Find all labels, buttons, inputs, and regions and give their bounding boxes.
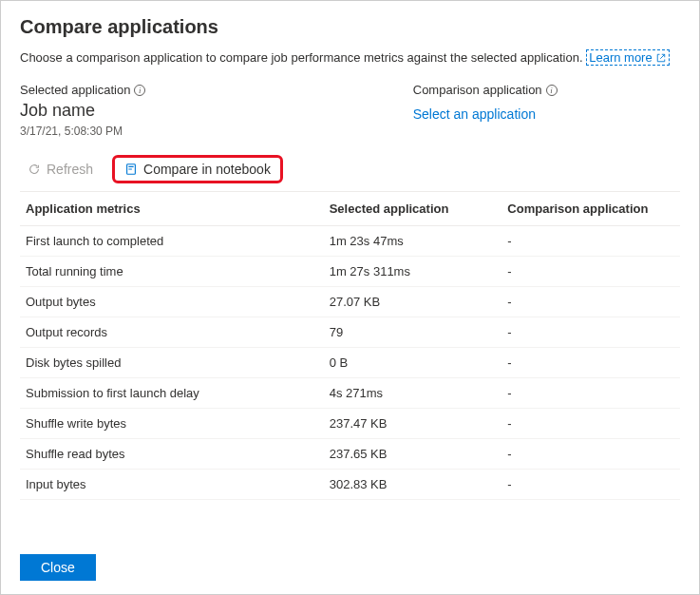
cell-selected: 1m 23s 47ms: [324, 226, 502, 257]
cell-metric: Shuffle write bytes: [20, 409, 324, 439]
cell-selected: 79: [324, 317, 502, 348]
cell-selected: 0 B: [324, 348, 502, 378]
cell-metric: Input bytes: [20, 470, 324, 500]
cell-comparison: -: [501, 378, 680, 409]
select-application-link[interactable]: Select an application: [413, 106, 536, 122]
cell-metric: Total running time: [20, 257, 324, 287]
job-timestamp: 3/17/21, 5:08:30 PM: [20, 125, 394, 138]
toolbar: Refresh Compare in notebook: [20, 155, 680, 192]
cell-metric: First launch to completed: [20, 226, 324, 257]
col-header-selected: Selected application: [324, 192, 502, 226]
refresh-icon: [28, 163, 41, 176]
cell-selected: 4s 271ms: [324, 378, 502, 409]
cell-selected: 1m 27s 311ms: [324, 257, 502, 287]
table-row: First launch to completed1m 23s 47ms-: [20, 226, 680, 257]
cell-selected: 237.65 KB: [324, 439, 502, 470]
job-name: Job name: [20, 101, 394, 121]
col-header-metric: Application metrics: [20, 192, 324, 226]
comparison-app-heading-label: Comparison application: [413, 83, 542, 97]
cell-selected: 27.07 KB: [324, 287, 502, 317]
table-row: Total running time1m 27s 311ms-: [20, 257, 680, 287]
cell-comparison: -: [501, 409, 680, 439]
cell-selected: 302.83 KB: [324, 470, 502, 500]
close-button[interactable]: Close: [20, 554, 96, 581]
cell-metric: Submission to first launch delay: [20, 378, 324, 409]
compare-in-notebook-button[interactable]: Compare in notebook: [112, 155, 283, 183]
cell-comparison: -: [501, 226, 680, 257]
cell-comparison: -: [501, 439, 680, 470]
learn-more-label: Learn more: [589, 50, 652, 65]
table-row: Shuffle read bytes237.65 KB-: [20, 439, 680, 470]
cell-metric: Disk bytes spilled: [20, 348, 324, 378]
metrics-table: Application metrics Selected application…: [20, 192, 680, 500]
table-row: Submission to first launch delay4s 271ms…: [20, 378, 680, 409]
learn-more-link[interactable]: Learn more: [586, 49, 669, 66]
footer: Close: [20, 554, 96, 581]
cell-comparison: -: [501, 287, 680, 317]
refresh-label: Refresh: [47, 162, 93, 177]
info-icon[interactable]: i: [546, 85, 558, 96]
table-row: Shuffle write bytes237.47 KB-: [20, 409, 680, 439]
cell-comparison: -: [501, 470, 680, 500]
notebook-icon: [124, 163, 138, 176]
cell-metric: Output records: [20, 317, 324, 348]
table-row: Output bytes27.07 KB-: [20, 287, 680, 317]
page-title: Compare applications: [20, 16, 680, 38]
selected-app-heading-label: Selected application: [20, 83, 130, 97]
table-row: Output records79-: [20, 317, 680, 348]
cell-comparison: -: [501, 257, 680, 287]
page-subtitle: Choose a comparison application to compa…: [20, 49, 680, 66]
subtitle-text: Choose a comparison application to compa…: [20, 50, 583, 65]
refresh-button[interactable]: Refresh: [20, 158, 101, 181]
table-row: Input bytes302.83 KB-: [20, 470, 680, 500]
comparison-app-heading: Comparison application i: [413, 83, 680, 97]
cell-metric: Output bytes: [20, 287, 324, 317]
external-link-icon: [655, 52, 667, 64]
compare-in-notebook-label: Compare in notebook: [143, 162, 271, 177]
cell-selected: 237.47 KB: [324, 409, 502, 439]
selected-app-heading: Selected application i: [20, 83, 394, 97]
cell-metric: Shuffle read bytes: [20, 439, 324, 470]
cell-comparison: -: [501, 317, 680, 348]
col-header-comparison: Comparison application: [501, 192, 680, 226]
table-row: Disk bytes spilled0 B-: [20, 348, 680, 378]
info-icon[interactable]: i: [134, 85, 145, 96]
cell-comparison: -: [501, 348, 680, 378]
